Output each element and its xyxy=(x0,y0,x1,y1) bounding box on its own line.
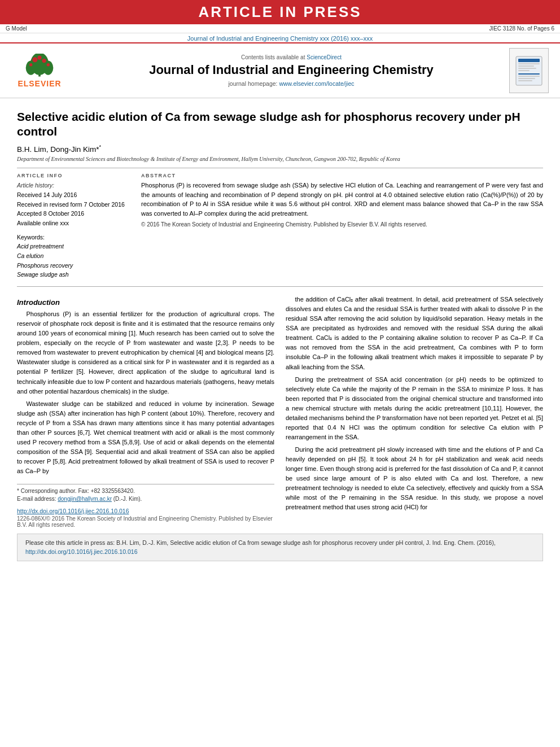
article-info-abstract: ARTICLE INFO Article history: Received 1… xyxy=(17,173,543,279)
journal-logo-right xyxy=(509,48,554,93)
keyword-2: Ca elution xyxy=(17,251,130,261)
svg-point-6 xyxy=(37,55,41,59)
email-label: E-mail address: xyxy=(17,496,56,502)
homepage-url[interactable]: www.elsevier.com/locate/jiec xyxy=(279,80,354,87)
journal-logo-icon xyxy=(515,55,543,86)
article-in-press-banner: ARTICLE IN PRESS xyxy=(0,0,560,24)
doi-link[interactable]: http://dx.doi.org/10.1016/j.jiec.2016.10… xyxy=(17,508,129,514)
sciencedirect-link[interactable]: ScienceDirect xyxy=(307,54,342,60)
right-para-1: the addition of CaCl₂ after alkali treat… xyxy=(286,295,543,372)
email-link[interactable]: dongjin@hallym.ac.kr xyxy=(58,496,112,502)
divider-2 xyxy=(17,286,543,287)
revised-date: Received in revised form 7 October 2016 xyxy=(17,200,130,209)
keywords-block: Keywords: Acid pretreatment Ca elution P… xyxy=(17,234,130,279)
svg-point-8 xyxy=(47,63,50,66)
intro-para-1: Phosphorus (P) is an essential fertilize… xyxy=(17,309,274,396)
received-date: Received 14 July 2016 xyxy=(17,190,130,200)
main-content: Introduction Phosphorus (P) is an essent… xyxy=(17,295,543,528)
keywords-list: Acid pretreatment Ca elution Phosphorus … xyxy=(17,242,130,279)
available-date: Available online xxx xyxy=(17,219,130,228)
svg-point-4 xyxy=(32,57,37,62)
contents-line: Contents lists available at ScienceDirec… xyxy=(79,54,504,60)
keyword-1: Acid pretreatment xyxy=(17,242,130,251)
intro-paragraphs: Phosphorus (P) is an essential fertilize… xyxy=(17,309,274,476)
svg-rect-12 xyxy=(518,65,534,67)
svg-point-7 xyxy=(29,63,32,66)
abstract-copyright: © 2016 The Korean Society of Industrial … xyxy=(141,221,543,228)
g-model-bar: G Model JIEC 3128 No. of Pages 6 xyxy=(0,24,560,33)
svg-rect-16 xyxy=(518,76,540,77)
main-left-col: Introduction Phosphorus (P) is an essent… xyxy=(17,295,274,528)
citation-text: B.H. Lim, D.-J. Kim, Selective acidic el… xyxy=(116,539,496,546)
keyword-3: Phosphorus recovery xyxy=(17,261,130,270)
svg-point-3 xyxy=(43,60,53,75)
journal-header: ELSEVIER Contents lists available at Sci… xyxy=(0,42,560,98)
doi-bar: http://dx.doi.org/10.1016/j.jiec.2016.10… xyxy=(17,508,274,514)
abstract-text: Phosphorus (P) is recovered from sewage … xyxy=(141,181,543,218)
svg-rect-10 xyxy=(518,59,540,62)
svg-rect-17 xyxy=(518,78,535,79)
footnote-area: * Corresponding author. Fax: +82 3325563… xyxy=(17,484,274,502)
article-info-col: ARTICLE INFO Article history: Received 1… xyxy=(17,173,130,279)
journal-homepage: journal homepage: www.elsevier.com/locat… xyxy=(79,80,504,87)
svg-rect-13 xyxy=(518,68,536,69)
citation-label: Please cite this article in press as: xyxy=(25,539,115,546)
article-in-press-label: ARTICLE IN PRESS xyxy=(198,3,361,20)
svg-point-5 xyxy=(42,59,46,63)
citation-doi-link[interactable]: http://dx.doi.org/10.1016/j.jiec.2016.10… xyxy=(25,548,137,555)
intro-para-2: Wastewater sludge can be stabilized and … xyxy=(17,399,274,476)
journal-title-bar: Journal of Industrial and Engineering Ch… xyxy=(0,33,560,42)
issn-bar: 1226-086X/© 2016 The Korean Society of I… xyxy=(17,516,274,528)
citation-box: Please cite this article in press as: B.… xyxy=(17,534,543,562)
article-info-label: ARTICLE INFO xyxy=(17,173,130,178)
accepted-date: Accepted 8 October 2016 xyxy=(17,209,130,219)
contents-text: Contents lists available at xyxy=(241,54,305,60)
svg-rect-15 xyxy=(518,73,540,75)
abstract-label: ABSTRACT xyxy=(141,173,543,178)
g-model-right: JIEC 3128 No. of Pages 6 xyxy=(489,25,554,32)
abstract-col: ABSTRACT Phosphorus (P) is recovered fro… xyxy=(141,173,543,279)
right-para-3: During the acid pretreatment pH slowly i… xyxy=(286,445,543,512)
divider-1 xyxy=(17,168,543,168)
svg-rect-18 xyxy=(518,80,532,81)
journal-name: Journal of Industrial and Engineering Ch… xyxy=(79,63,504,77)
journal-title-center: Contents lists available at ScienceDirec… xyxy=(79,54,504,86)
keyword-4: Sewage sludge ash xyxy=(17,270,130,279)
journal-logo-box xyxy=(509,48,549,93)
article-history: Article history: Received 14 July 2016 R… xyxy=(17,181,130,228)
svg-rect-11 xyxy=(518,63,540,64)
elsevier-logo: ELSEVIER xyxy=(6,54,73,88)
elsevier-tree-icon xyxy=(20,54,59,79)
authors: B.H. Lim, Dong-Jin Kim** xyxy=(17,144,543,154)
corresponding-marker: * xyxy=(99,144,102,150)
main-right-col: the addition of CaCl₂ after alkali treat… xyxy=(286,295,543,528)
right-para-2: During the pretreatment of SSA acid conc… xyxy=(286,375,543,442)
article-title: Selective acidic elution of Ca from sewa… xyxy=(17,110,543,139)
svg-point-2 xyxy=(26,60,36,75)
journal-title-bar-text: Journal of Industrial and Engineering Ch… xyxy=(187,35,373,42)
corresponding-footnote: * Corresponding author. Fax: +82 3325563… xyxy=(17,488,274,494)
right-paragraphs: the addition of CaCl₂ after alkali treat… xyxy=(286,295,543,512)
introduction-heading: Introduction xyxy=(17,298,274,307)
history-label: Article history: xyxy=(17,181,130,190)
email-suffix: (D.-J. Kim). xyxy=(113,496,142,502)
author-names: B.H. Lim, Dong-Jin Kim* xyxy=(17,145,99,153)
g-model-left: G Model xyxy=(6,25,27,32)
svg-rect-14 xyxy=(518,70,530,71)
article-body: Selective acidic elution of Ca from sewa… xyxy=(0,98,560,567)
elsevier-text: ELSEVIER xyxy=(18,79,61,88)
email-footnote: E-mail address: dongjin@hallym.ac.kr (D.… xyxy=(17,496,274,502)
keywords-label: Keywords: xyxy=(17,234,130,241)
affiliation: Department of Environmental Sciences and… xyxy=(17,155,543,163)
homepage-label: journal homepage: xyxy=(229,80,278,87)
